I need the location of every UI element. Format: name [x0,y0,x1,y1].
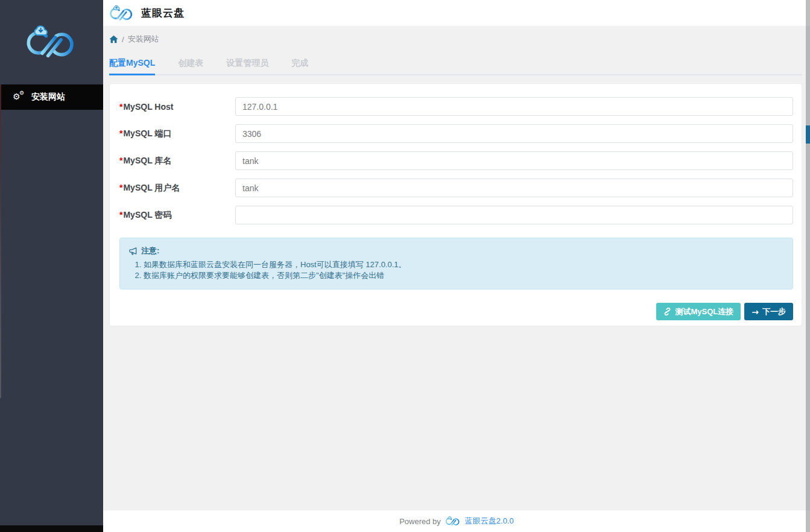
scrollbar-thumb[interactable] [806,125,810,144]
field-label-port: *MySQL 端口 [119,128,235,139]
field-label-username: *MySQL 用户名 [119,183,235,194]
breadcrumb-separator: / [122,35,124,44]
brand-logo-icon [108,4,136,22]
tab-admin[interactable]: 设置管理员 [226,58,268,74]
notice-item: 数据库账户的权限要求要能够创建表，否则第二步"创建表"操作会出错 [144,270,783,281]
tab-finish[interactable]: 完成 [291,58,308,74]
app-logo-icon [0,0,103,84]
mysql-password-input[interactable] [235,206,793,224]
required-asterisk: * [119,210,122,220]
powered-by-text: Powered by [399,517,441,526]
required-asterisk: * [119,102,122,112]
required-asterisk: * [119,128,122,138]
mysql-port-input[interactable] [235,124,793,143]
field-label-text: MySQL 端口 [123,128,171,138]
mysql-database-input[interactable] [235,151,793,170]
brand-title: 蓝眼云盘 [141,6,185,20]
field-label-text: MySQL 库名 [123,156,171,165]
sidebar-item-install[interactable]: ⚙⚙安装网站 [0,84,103,110]
notice-title: 注意: [141,245,159,256]
form-row-password: *MySQL 密码 [119,206,793,224]
mysql-host-input[interactable] [235,97,793,116]
breadcrumb-current: 安装网站 [128,34,159,45]
sidebar: ⚙⚙安装网站 [0,0,103,532]
tab-tables[interactable]: 创建表 [178,58,203,74]
link-icon [663,308,671,315]
field-label-password: *MySQL 密码 [119,210,235,221]
next-step-label: 下一步 [762,306,786,317]
breadcrumb: / 安装网站 [109,34,810,45]
mysql-config-form: *MySQL Host*MySQL 端口*MySQL 库名*MySQL 用户名*… [119,97,793,224]
mysql-username-input[interactable] [235,179,793,197]
bullhorn-icon [129,247,138,255]
field-label-database: *MySQL 库名 [119,156,235,166]
scrollbar-track[interactable] [806,0,810,532]
test-mysql-label: 测试MySQL连接 [675,306,733,317]
tab-bar: 配置MySQL创建表设置管理员完成 [109,58,802,75]
tab-mysql[interactable]: 配置MySQL [109,58,155,74]
sidebar-panel: ⚙⚙安装网站 [0,0,103,525]
footer-logo-icon [445,516,461,527]
home-icon[interactable] [109,35,118,43]
cogs-icon: ⚙⚙ [13,92,25,103]
header: 蓝眼云盘 [103,0,810,26]
notice-box: 注意: 如果数据库和蓝眼云盘安装在同一台服务器，Host可以直接填写 127.0… [119,238,793,290]
notice-item: 如果数据库和蓝眼云盘安装在同一台服务器，Host可以直接填写 127.0.0.1… [144,259,783,270]
form-row-port: *MySQL 端口 [119,124,793,143]
required-asterisk: * [119,156,122,165]
notice-list: 如果数据库和蓝眼云盘安装在同一台服务器，Host可以直接填写 127.0.0.1… [129,259,783,281]
form-row-username: *MySQL 用户名 [119,179,793,197]
required-asterisk: * [119,183,122,192]
field-label-text: MySQL 密码 [123,210,171,220]
page-background-sliver [0,84,1,398]
notice-title-row: 注意: [129,245,783,256]
field-label-text: MySQL Host [123,102,173,112]
test-mysql-button[interactable]: 测试MySQL连接 [656,303,741,320]
sidebar-menu: ⚙⚙安装网站 [0,84,103,110]
main-area: 蓝眼云盘 / 安装网站 配置MySQL创建表设置管理员完成 *MySQL Hos… [103,0,810,532]
sidebar-item-label: 安装网站 [31,92,65,103]
footer: Powered by 蓝眼云盘2.0.0 [103,510,810,532]
form-row-host: *MySQL Host [119,97,793,116]
version-link[interactable]: 蓝眼云盘2.0.0 [465,516,514,527]
field-label-text: MySQL 用户名 [123,183,180,192]
mysql-config-panel: *MySQL Host*MySQL 端口*MySQL 库名*MySQL 用户名*… [109,83,802,326]
form-row-database: *MySQL 库名 [119,151,793,170]
arrow-right-icon: → [751,308,759,316]
actions-row: 测试MySQL连接 → 下一步 [119,303,793,320]
field-label-host: *MySQL Host [119,102,235,112]
next-step-button[interactable]: → 下一步 [744,303,793,320]
